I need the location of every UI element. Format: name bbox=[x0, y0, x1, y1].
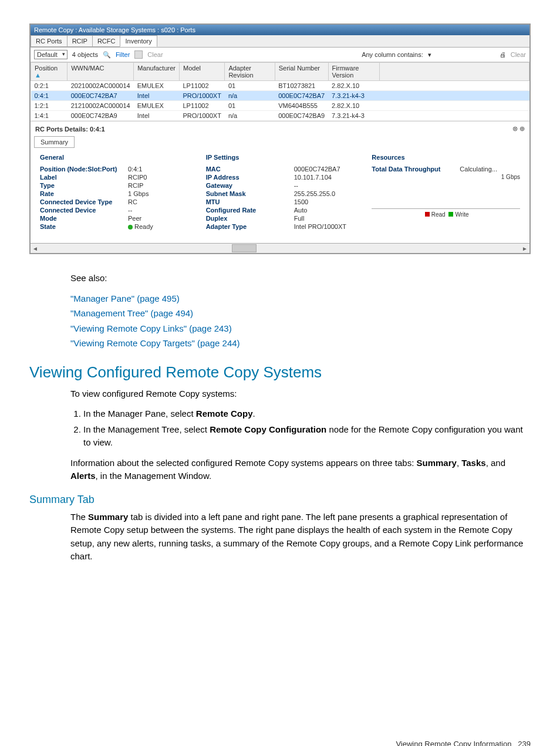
kv-value: 255.255.255.0 bbox=[294, 190, 335, 197]
details-title-bar: RC Ports Details: 0:4:1 ⊗ ⊕ bbox=[31, 121, 529, 136]
kv-value: 1 Gbps bbox=[128, 190, 149, 197]
step-2: In the Management Tree, select Remote Co… bbox=[83, 423, 531, 450]
general-heading: General bbox=[40, 154, 188, 161]
expand-icon[interactable]: ⊕ bbox=[519, 125, 525, 132]
kv-row: Subnet Mask255.255.255.0 bbox=[206, 190, 355, 197]
details-panel: General Position (Node:Slot:Port)0:4:1La… bbox=[31, 148, 529, 243]
step-1: In the Manager Pane, select Remote Copy. bbox=[83, 407, 531, 421]
link-manager-pane[interactable]: "Manager Pane" (page 495) bbox=[70, 292, 531, 306]
col-rev[interactable]: Adapter Revision bbox=[225, 63, 275, 81]
legend-read-swatch bbox=[425, 212, 430, 217]
tab-rcip[interactable]: RCIP bbox=[67, 35, 93, 47]
kv-row: StateReady bbox=[40, 223, 188, 230]
link-rc-targets[interactable]: "Viewing Remote Copy Targets" (page 244) bbox=[70, 337, 531, 350]
col-position[interactable]: Position ▲ bbox=[31, 63, 68, 81]
window-title: Remote Copy : Available Storage Systems … bbox=[31, 25, 529, 35]
clear-icon bbox=[134, 50, 143, 59]
template-dropdown[interactable]: Default bbox=[34, 50, 68, 59]
table-row[interactable]: 1:4:1000E0C742BA9IntelPRO/1000XTn/a000E0… bbox=[31, 111, 529, 121]
app-window: Remote Copy : Available Storage Systems … bbox=[29, 23, 531, 254]
kv-row: MAC000E0C742BA7 bbox=[206, 166, 355, 173]
throughput-label: Total Data Throughput bbox=[372, 166, 460, 173]
summary-tab-paragraph: The Summary tab is divided into a left p… bbox=[70, 511, 531, 563]
kv-value: Ready bbox=[128, 223, 153, 230]
kv-label: MTU bbox=[206, 198, 294, 205]
link-management-tree[interactable]: "Management Tree" (page 494) bbox=[70, 307, 531, 320]
kv-label: Duplex bbox=[206, 215, 294, 222]
legend-write-swatch bbox=[448, 212, 453, 217]
general-column: General Position (Node:Slot:Port)0:4:1La… bbox=[40, 154, 188, 231]
table-row[interactable]: 0:4:1000E0C742BA7IntelPRO/1000XTn/a000E0… bbox=[31, 91, 529, 101]
kv-label: Connected Device Type bbox=[40, 198, 128, 205]
subsection-heading: Summary Tab bbox=[29, 494, 531, 506]
scroll-left-icon[interactable]: ◄ bbox=[31, 245, 40, 252]
throughput-chart: 1 Gbps bbox=[372, 174, 520, 209]
kv-label: Connected Device bbox=[40, 207, 128, 214]
kv-label: Position (Node:Slot:Port) bbox=[40, 166, 128, 173]
scroll-right-icon[interactable]: ► bbox=[520, 245, 529, 252]
kv-label: Configured Rate bbox=[206, 207, 294, 214]
kv-value: Peer bbox=[128, 215, 141, 222]
kv-row: TypeRCIP bbox=[40, 182, 188, 189]
collapse-icon[interactable]: ⊗ bbox=[512, 125, 518, 132]
kv-row: Gateway-- bbox=[206, 182, 355, 189]
kv-label: Adapter Type bbox=[206, 223, 294, 230]
summary-subtab[interactable]: Summary bbox=[34, 136, 75, 148]
ip-column: IP Settings MAC000E0C742BA7IP Address10.… bbox=[206, 154, 355, 231]
resources-column: Resources Total Data Throughput Calculat… bbox=[372, 154, 520, 231]
ports-table: Position ▲ WWN/MAC Manufacturer Model Ad… bbox=[31, 62, 529, 121]
filter-icon: 🔍 bbox=[103, 51, 111, 59]
kv-value: -- bbox=[128, 207, 132, 214]
tab-rcfc[interactable]: RCFC bbox=[92, 35, 121, 47]
kv-row: ModePeer bbox=[40, 215, 188, 222]
kv-row: Connected Device TypeRC bbox=[40, 198, 188, 205]
kv-value: Auto bbox=[294, 207, 308, 214]
info-paragraph: Information about the selected configure… bbox=[70, 457, 531, 483]
col-wwn[interactable]: WWN/MAC bbox=[68, 63, 134, 81]
kv-row: MTU1500 bbox=[206, 198, 355, 205]
printer-icon[interactable]: 🖨 bbox=[500, 51, 506, 58]
clear-right-link[interactable]: Clear bbox=[511, 51, 526, 58]
kv-row: IP Address10.101.7.104 bbox=[206, 174, 355, 181]
kv-value: 0:4:1 bbox=[128, 166, 142, 173]
toolbar: Default 4 objects 🔍 Filter Clear Any col… bbox=[31, 48, 529, 62]
kv-value: RCIP0 bbox=[128, 174, 147, 181]
table-row[interactable]: 0:2:120210002AC000014EMULEXLP1100201BT10… bbox=[31, 81, 529, 91]
clear-link[interactable]: Clear bbox=[147, 51, 163, 58]
page-footer: Viewing Remote Copy Information 239 bbox=[29, 740, 531, 747]
filter-link[interactable]: Filter bbox=[116, 51, 130, 58]
sort-asc-icon: ▲ bbox=[35, 72, 41, 79]
kv-value: 10.101.7.104 bbox=[294, 174, 332, 181]
ip-heading: IP Settings bbox=[206, 154, 355, 161]
kv-row: Rate1 Gbps bbox=[40, 190, 188, 197]
top-tabs: RC Ports RCIP RCFC Inventory bbox=[31, 35, 529, 48]
col-fw[interactable]: Firmware Version bbox=[328, 63, 380, 81]
link-rc-links[interactable]: "Viewing Remote Copy Links" (page 243) bbox=[70, 322, 531, 336]
col-mfr[interactable]: Manufacturer bbox=[134, 63, 180, 81]
kv-value: RC bbox=[128, 198, 137, 205]
kv-label: Type bbox=[40, 182, 128, 189]
scroll-thumb[interactable] bbox=[232, 244, 257, 252]
kv-row: Connected Device-- bbox=[40, 207, 188, 214]
kv-label: Subnet Mask bbox=[206, 190, 294, 197]
tab-rc-ports[interactable]: RC Ports bbox=[31, 35, 68, 47]
kv-value: 1500 bbox=[294, 198, 308, 205]
document-body: See also: "Manager Pane" (page 495) "Man… bbox=[70, 272, 531, 350]
kv-row: Adapter TypeIntel PRO/1000XT bbox=[206, 223, 355, 230]
kv-label: MAC bbox=[206, 166, 294, 173]
kv-row: LabelRCIP0 bbox=[40, 174, 188, 181]
resources-heading: Resources bbox=[372, 154, 520, 161]
chart-ymax: 1 Gbps bbox=[501, 174, 520, 180]
kv-label: Label bbox=[40, 174, 128, 181]
tab-inventory[interactable]: Inventory bbox=[120, 35, 157, 47]
col-serial[interactable]: Serial Number bbox=[275, 63, 328, 81]
any-column-label: Any column contains: bbox=[362, 51, 423, 58]
col-model[interactable]: Model bbox=[179, 63, 224, 81]
horizontal-scrollbar[interactable]: ◄ ► bbox=[31, 243, 529, 253]
table-row[interactable]: 1:2:121210002AC000014EMULEXLP1100201VM64… bbox=[31, 101, 529, 111]
intro-text: To view configured Remote Copy systems: bbox=[70, 387, 531, 401]
objects-count: 4 objects bbox=[72, 51, 98, 58]
any-column-dropdown-icon[interactable]: ▾ bbox=[428, 51, 431, 59]
details-title: RC Ports Details: 0:4:1 bbox=[35, 126, 105, 133]
kv-label: State bbox=[40, 223, 128, 230]
